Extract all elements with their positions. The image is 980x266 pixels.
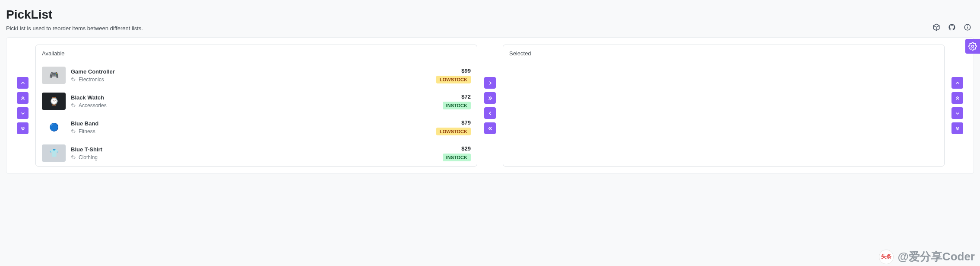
tag-icon xyxy=(71,129,76,134)
svg-point-3 xyxy=(72,78,73,79)
codesandbox-icon[interactable] xyxy=(932,23,940,33)
list-item[interactable]: 🎮Game ControllerElectronics$99LOWSTOCK xyxy=(36,62,477,88)
item-name: Blue T-Shirt xyxy=(71,146,438,153)
list-item[interactable]: 👕Blue T-ShirtClothing$29INSTOCK xyxy=(36,140,477,166)
source-list-header: Available xyxy=(36,45,477,62)
move-up-button[interactable] xyxy=(17,77,29,89)
target-move-down-button[interactable] xyxy=(951,107,963,119)
status-badge: LOWSTOCK xyxy=(436,76,471,83)
target-move-up-button[interactable] xyxy=(951,77,963,89)
item-name: Game Controller xyxy=(71,68,431,75)
item-thumbnail: ⌚ xyxy=(42,93,66,110)
move-right-button[interactable] xyxy=(484,77,496,89)
move-all-right-button[interactable] xyxy=(484,92,496,104)
item-category: Accessories xyxy=(71,103,438,109)
svg-point-5 xyxy=(72,130,73,131)
source-list: Available 🎮Game ControllerElectronics$99… xyxy=(35,45,477,167)
tag-icon xyxy=(71,77,76,82)
item-thumbnail: 👕 xyxy=(42,144,66,162)
source-list-body[interactable]: 🎮Game ControllerElectronics$99LOWSTOCK⌚B… xyxy=(36,62,477,166)
item-price: $99 xyxy=(436,67,471,74)
picklist-card: Available 🎮Game ControllerElectronics$99… xyxy=(6,37,974,174)
svg-point-2 xyxy=(967,26,968,26)
item-thumbnail: 🔵 xyxy=(42,119,66,136)
transfer-controls xyxy=(484,45,496,167)
target-list-body[interactable] xyxy=(503,62,944,166)
target-list-header: Selected xyxy=(503,45,944,62)
item-thumbnail: 🎮 xyxy=(42,67,66,84)
move-top-button[interactable] xyxy=(17,92,29,104)
page-title: PickList xyxy=(6,8,932,22)
item-price: $72 xyxy=(443,93,471,100)
target-move-bottom-button[interactable] xyxy=(951,122,963,134)
github-icon[interactable] xyxy=(948,23,956,33)
item-category: Clothing xyxy=(71,154,438,160)
svg-point-7 xyxy=(972,45,974,48)
move-all-left-button[interactable] xyxy=(484,122,496,134)
move-bottom-button[interactable] xyxy=(17,122,29,134)
picklist: Available 🎮Game ControllerElectronics$99… xyxy=(17,45,963,167)
page-header: PickList PickList is used to reorder ite… xyxy=(6,0,974,37)
move-left-button[interactable] xyxy=(484,107,496,119)
target-move-top-button[interactable] xyxy=(951,92,963,104)
info-icon[interactable] xyxy=(964,23,971,33)
list-item[interactable]: 🔵Blue BandFitness$79LOWSTOCK xyxy=(36,114,477,140)
tag-icon xyxy=(71,155,76,160)
header-icons xyxy=(932,8,974,33)
item-name: Black Watch xyxy=(71,94,438,101)
status-badge: INSTOCK xyxy=(443,154,471,161)
svg-point-6 xyxy=(72,156,73,157)
item-price: $79 xyxy=(436,119,471,126)
move-down-button[interactable] xyxy=(17,107,29,119)
status-badge: LOWSTOCK xyxy=(436,128,471,135)
page-subtitle: PickList is used to reorder items betwee… xyxy=(6,25,932,32)
item-category: Fitness xyxy=(71,128,431,135)
svg-point-4 xyxy=(72,104,73,105)
source-reorder-controls xyxy=(17,45,29,167)
status-badge: INSTOCK xyxy=(443,102,471,109)
target-list: Selected xyxy=(503,45,945,167)
item-price: $29 xyxy=(443,145,471,152)
settings-fab[interactable] xyxy=(965,39,980,54)
item-category: Electronics xyxy=(71,77,431,83)
item-name: Blue Band xyxy=(71,120,431,127)
list-item[interactable]: ⌚Black WatchAccessories$72INSTOCK xyxy=(36,88,477,114)
tag-icon xyxy=(71,103,76,108)
target-reorder-controls xyxy=(951,45,963,167)
